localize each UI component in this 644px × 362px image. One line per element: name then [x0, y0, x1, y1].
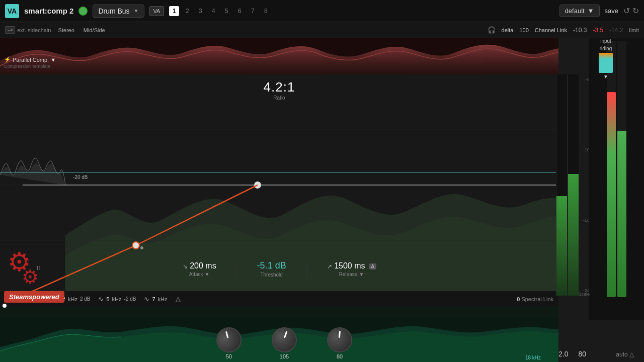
- ext-sidechain-button[interactable]: --•: [5, 26, 15, 34]
- compressor-area: 4.2:1 Ratio -20 dB ↘ 200 ms Attack ▼ -5.…: [0, 74, 558, 296]
- subheader: --• ext. sidechain Stereo Mid/Side 🎧 del…: [0, 22, 644, 38]
- pause-icon[interactable]: ⏸: [35, 264, 41, 272]
- preset-name: Drum Bus: [98, 7, 129, 15]
- watermark: Steamspowered: [4, 291, 64, 303]
- attack-label: Attack ▼: [189, 272, 210, 277]
- eq-band3-icon: ∿: [98, 295, 104, 303]
- attack-icon: ↘: [183, 263, 188, 270]
- threshold-param: -5.1 dB Threshold: [257, 260, 286, 278]
- khz-label: 18 kHz: [525, 355, 541, 360]
- eq-band3-db: -2 dB: [124, 296, 136, 302]
- db-label-20: -20 dB: [73, 174, 88, 180]
- spectral-label[interactable]: Spectral Link: [521, 296, 553, 302]
- slot-numbers: 1 2 3 4 5 6 7 8: [169, 6, 271, 16]
- parallel-comp-lightning: ⚡: [4, 56, 11, 63]
- profile-arrow: ▼: [588, 7, 594, 15]
- eq-band3-freq[interactable]: 5: [106, 296, 109, 302]
- spectral-val: 0: [517, 296, 520, 302]
- meter-fill-1: [607, 92, 616, 297]
- eq-band2-unit: kHz: [68, 296, 77, 302]
- undo-redo: ↺ ↻: [623, 6, 639, 16]
- profile-name: default: [565, 7, 585, 15]
- parallel-comp-arrow: ▼: [50, 57, 56, 63]
- active-indicator[interactable]: [78, 7, 88, 16]
- delta-label[interactable]: delta: [502, 27, 514, 33]
- parallel-comp-section: ⚡ Parallel Comp. ▼ Compression Template: [4, 56, 56, 69]
- meter-val-1: -10.3: [573, 27, 587, 34]
- release-icon: ↗: [327, 263, 332, 270]
- knob-2[interactable]: [271, 326, 298, 353]
- va-icon-button[interactable]: VA: [149, 6, 165, 16]
- ratio-value[interactable]: 4.2:1: [264, 79, 295, 95]
- svg-point-8: [132, 242, 139, 249]
- bottom-val-2: 80: [578, 350, 586, 358]
- gr-meter-fill: [568, 174, 579, 296]
- knob-3[interactable]: [325, 325, 354, 354]
- main-header: VA smart:comp 2 Drum Bus ▼ VA 1 2 3 4 5 …: [0, 0, 644, 22]
- slot-8[interactable]: 8: [261, 6, 271, 16]
- header-right: default ▼ save ↺ ↻: [559, 5, 639, 17]
- eq-band-3: ∿ 5 kHz -2 dB: [98, 295, 136, 303]
- attack-value[interactable]: ↘ 200 ms: [183, 261, 216, 270]
- threshold-value[interactable]: -5.1 dB: [257, 260, 286, 271]
- input-riding-area: input riding ▼: [599, 38, 613, 79]
- release-value[interactable]: ↗ 1500 ms A: [327, 261, 376, 270]
- knob-1-value: 50: [226, 353, 232, 359]
- meter-val-3: -14.2: [609, 27, 623, 34]
- eq-band3-unit: kHz: [112, 296, 122, 302]
- auto-release-icon: A: [369, 263, 376, 269]
- parallel-comp-title[interactable]: ⚡ Parallel Comp. ▼: [4, 56, 56, 63]
- parallel-comp-subtitle: Compression Template: [4, 64, 56, 69]
- preset-arrow: ▼: [134, 8, 139, 14]
- release-param: ↗ 1500 ms A Release ▼: [327, 261, 376, 277]
- slot-5[interactable]: 5: [221, 6, 231, 16]
- right-meters-panel: [589, 38, 644, 320]
- params-row: ↘ 200 ms Attack ▼ -5.1 dB Threshold ↗ 15…: [183, 260, 376, 278]
- slot-4[interactable]: 4: [208, 6, 218, 16]
- eq-band-5: △: [176, 295, 181, 303]
- eq-band2-db: 2 dB: [80, 296, 91, 302]
- gr-meter-strip: [568, 74, 579, 296]
- knob-1-wrap: 50: [216, 327, 242, 359]
- parallel-comp-label: Parallel Comp.: [13, 57, 49, 63]
- auto-label: auto △: [616, 351, 634, 358]
- preset-dropdown[interactable]: Drum Bus ▼: [93, 5, 144, 18]
- ext-sidechain-label: ext. sidechain: [17, 27, 51, 33]
- ratio-label: Ratio: [264, 95, 295, 101]
- slot-6[interactable]: 6: [234, 6, 245, 16]
- save-button[interactable]: save: [605, 7, 618, 15]
- profile-dropdown[interactable]: default ▼: [559, 5, 600, 17]
- riding-label: riding: [600, 45, 612, 52]
- knob-3-wrap: 80: [327, 327, 352, 359]
- eq-band4-icon: ∿: [144, 295, 149, 303]
- stereo-button[interactable]: Stereo: [56, 26, 76, 34]
- eq-band4-freq[interactable]: 7: [152, 296, 155, 302]
- knob-1[interactable]: [212, 323, 246, 357]
- param-divider-1: [236, 261, 237, 277]
- slot-1[interactable]: 1: [169, 6, 179, 16]
- eq-band4-unit: kHz: [158, 296, 168, 302]
- undo-icon[interactable]: ↺: [623, 6, 630, 16]
- midside-button[interactable]: Mid/Side: [82, 26, 107, 34]
- input-label: input: [600, 38, 611, 44]
- ext-sidechain-section: --• ext. sidechain: [5, 26, 51, 34]
- channel-link-label[interactable]: Channel Link: [535, 27, 567, 33]
- input-riding-bar: [599, 53, 613, 73]
- riding-arrow: ▼: [603, 74, 608, 79]
- slot-2[interactable]: 2: [182, 6, 192, 16]
- svg-point-9: [140, 246, 143, 249]
- slot-3[interactable]: 3: [195, 6, 205, 16]
- eq-band-4: ∿ 7 kHz: [144, 295, 167, 303]
- logo-icon: VA: [5, 4, 19, 18]
- meter-val-2: -3.5: [593, 27, 603, 34]
- knob-2-value: 105: [280, 353, 289, 359]
- bottom-val-1: 2.0: [558, 350, 568, 358]
- waveform-top: [0, 38, 558, 74]
- release-label: Release ▼: [339, 272, 364, 277]
- slot-7[interactable]: 7: [248, 6, 258, 16]
- svg-line-6: [136, 185, 258, 245]
- redo-icon[interactable]: ↻: [632, 6, 639, 16]
- meter-bar-2: [617, 41, 626, 297]
- subheader-right: 🎧 delta 100 Channel Link -10.3 -3.5 -14.…: [488, 26, 639, 34]
- limit-label: limit: [629, 27, 639, 33]
